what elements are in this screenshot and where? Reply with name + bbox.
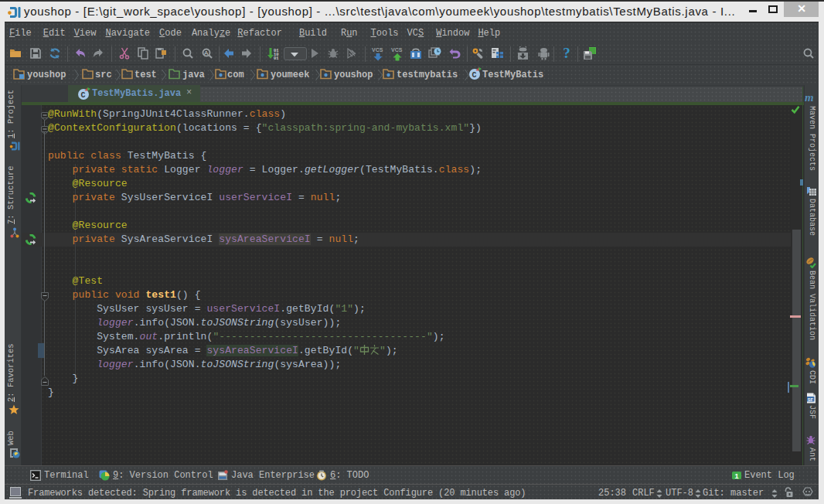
svg-text:01: 01 bbox=[274, 56, 279, 61]
svg-text:C: C bbox=[81, 91, 86, 100]
svg-text:A: A bbox=[204, 49, 209, 56]
svg-text:VCS: VCS bbox=[391, 47, 403, 53]
svg-text:VCS: VCS bbox=[372, 47, 383, 53]
svg-text:SF: SF bbox=[808, 397, 814, 402]
svg-text:C: C bbox=[472, 71, 477, 80]
svg-text:1: 1 bbox=[735, 472, 739, 480]
